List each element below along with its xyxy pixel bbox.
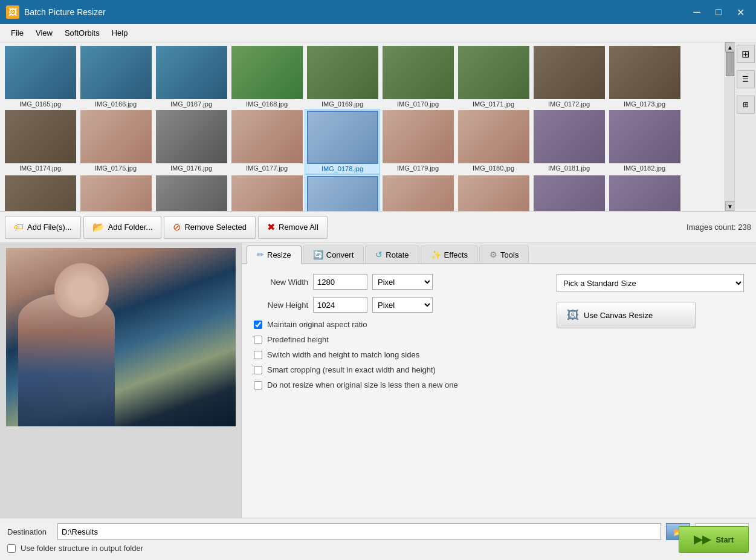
canvas-resize-button[interactable]: 🖼 Use Canvas Resize <box>557 302 696 328</box>
predefined-height-label[interactable]: Predefined height <box>267 335 329 344</box>
start-icon: ▶▶ <box>694 533 711 546</box>
maintain-aspect-checkbox[interactable] <box>254 321 262 329</box>
image-thumbnail <box>307 176 378 211</box>
tools-tab-label: Tools <box>500 250 519 259</box>
add-files-button[interactable]: 🏷 Add File(s)... <box>5 216 81 239</box>
image-cell[interactable]: IMG_0165.jpg <box>2 45 78 109</box>
menu-softorbits[interactable]: SoftOrbits <box>59 26 106 40</box>
tab-resize[interactable]: ✏ Resize <box>247 246 302 264</box>
height-label: New Height <box>254 301 308 310</box>
tab-effects[interactable]: ✨ Effects <box>421 246 479 263</box>
no-upscale-label[interactable]: Do not resize when original size is less… <box>267 380 458 389</box>
maximize-button[interactable]: □ <box>709 2 728 22</box>
no-upscale-checkbox[interactable] <box>254 381 262 389</box>
image-cell[interactable]: IMG_0183.jpg <box>2 174 78 211</box>
tab-tools[interactable]: ⚙ Tools <box>479 246 529 263</box>
image-cell[interactable]: IMG_0177.jpg <box>229 109 305 174</box>
image-thumbnail <box>609 46 680 99</box>
remove-all-label: Remove All <box>279 223 318 232</box>
tab-rotate[interactable]: ↺ Rotate <box>365 246 419 263</box>
image-cell[interactable]: IMG_0184.jpg <box>78 174 153 211</box>
width-unit-select[interactable]: Pixel Percent cm <box>372 274 433 290</box>
image-cell[interactable]: IMG_0199.jpg <box>531 174 607 211</box>
folder-structure-label[interactable]: Use folder structure in output folder <box>21 544 143 553</box>
start-button[interactable]: ▶▶ Start <box>679 526 749 553</box>
image-cell[interactable]: IMG_0181.jpg <box>531 109 607 174</box>
images-count: Images count: 238 <box>687 223 751 232</box>
image-cell[interactable]: IMG_0178.jpg <box>305 109 380 174</box>
thumbnail-view-button[interactable]: ⊞ <box>737 45 755 63</box>
menu-file[interactable]: File <box>5 26 30 40</box>
image-filename: IMG_0172.jpg <box>534 100 605 108</box>
remove-all-button[interactable]: ✖ Remove All <box>258 216 328 239</box>
image-cell[interactable]: IMG_0175.jpg <box>78 109 153 174</box>
standard-size-select[interactable]: Pick a Standard Size 640x480 800x600 102… <box>557 274 744 292</box>
image-cell[interactable]: IMG_0194.JPG <box>153 174 229 211</box>
image-cell[interactable]: IMG_0167.jpg <box>153 45 229 109</box>
scroll-track[interactable] <box>725 52 735 201</box>
image-thumbnail <box>5 46 76 99</box>
image-cell[interactable]: IMG_0174.jpg <box>2 109 78 174</box>
image-filename: IMG_0182.jpg <box>609 164 680 172</box>
image-cell[interactable]: IMG_0182.jpg <box>607 109 682 174</box>
image-cell[interactable]: IMG_0166.jpg <box>78 45 153 109</box>
main-area: ✏ Resize 🔄 Convert ↺ Rotate ✨ Effects ⚙ … <box>0 243 756 518</box>
rotate-tab-label: Rotate <box>386 250 409 259</box>
grid-view-button[interactable]: ⊞ <box>737 96 755 114</box>
add-folder-icon: 📂 <box>92 221 105 233</box>
minimize-button[interactable]: ─ <box>687 2 706 22</box>
image-cell[interactable]: IMG_0169.jpg <box>305 45 380 109</box>
image-thumbnail <box>383 46 454 99</box>
tabs-bar: ✏ Resize 🔄 Convert ↺ Rotate ✨ Effects ⚙ … <box>242 243 756 264</box>
preview-panel <box>0 243 242 518</box>
scroll-thumb[interactable] <box>726 52 734 76</box>
image-filename: IMG_0170.jpg <box>383 100 454 108</box>
image-filename: IMG_0166.jpg <box>80 100 152 108</box>
scroll-down-button[interactable]: ▼ <box>725 201 735 211</box>
image-thumbnail <box>383 110 454 163</box>
tab-convert[interactable]: 🔄 Convert <box>303 246 364 263</box>
image-cell[interactable]: IMG_0172.jpg <box>531 45 607 109</box>
vertical-scrollbar[interactable]: ▲ ▼ <box>725 42 734 211</box>
close-button[interactable]: ✕ <box>731 2 750 22</box>
smart-crop-checkbox[interactable] <box>254 366 262 374</box>
height-unit-select[interactable]: Pixel Percent <box>372 297 433 313</box>
predefined-height-checkbox[interactable] <box>254 336 262 344</box>
image-cell[interactable]: IMG_0168.jpg <box>229 45 305 109</box>
image-thumbnail <box>383 175 454 211</box>
smart-crop-label[interactable]: Smart cropping (result in exact width an… <box>267 365 436 374</box>
image-cell[interactable]: IMG_0200.jpg <box>607 174 682 211</box>
image-cell[interactable]: IMG_0171.jpg <box>456 45 531 109</box>
add-files-icon: 🏷 <box>14 222 24 233</box>
image-filename: IMG_0167.jpg <box>156 100 227 108</box>
menu-view[interactable]: View <box>30 26 59 40</box>
image-cell[interactable]: IMG_0170.jpg <box>380 45 456 109</box>
menubar: File View SoftOrbits Help <box>0 24 756 42</box>
add-folder-button[interactable]: 📂 Add Folder... <box>83 216 162 239</box>
image-cell[interactable]: IMG_0196.jpg <box>305 174 380 211</box>
list-view-button[interactable]: ☰ <box>737 70 755 88</box>
switch-dimensions-label[interactable]: Switch width and height to match long si… <box>267 350 419 359</box>
resize-options: Maintain original aspect ratio Predefine… <box>254 320 744 389</box>
width-input[interactable] <box>313 274 367 290</box>
remove-selected-icon: ⊘ <box>173 221 181 233</box>
start-label: Start <box>716 535 734 544</box>
height-input[interactable] <box>313 297 367 313</box>
image-cell[interactable]: IMG_0173.jpg <box>607 45 682 109</box>
remove-selected-button[interactable]: ⊘ Remove Selected <box>164 216 256 239</box>
image-cell[interactable]: IMG_0180.jpg <box>456 109 531 174</box>
image-strip-inner: IMG_0165.jpgIMG_0166.jpgIMG_0167.jpgIMG_… <box>0 42 725 211</box>
image-cell[interactable]: IMG_0179.jpg <box>380 109 456 174</box>
menu-help[interactable]: Help <box>106 26 134 40</box>
image-cell[interactable]: IMG_0195.JPG <box>229 174 305 211</box>
image-cell[interactable]: IMG_0198.jpg <box>456 174 531 211</box>
switch-dimensions-checkbox[interactable] <box>254 351 262 359</box>
scroll-up-button[interactable]: ▲ <box>725 42 735 52</box>
image-cell[interactable]: IMG_0176.jpg <box>153 109 229 174</box>
destination-input[interactable] <box>57 523 661 540</box>
right-content: ✏ Resize 🔄 Convert ↺ Rotate ✨ Effects ⚙ … <box>242 243 756 518</box>
tools-tab-icon: ⚙ <box>489 250 497 259</box>
maintain-aspect-label[interactable]: Maintain original aspect ratio <box>267 320 367 329</box>
folder-structure-checkbox[interactable] <box>7 544 16 553</box>
image-cell[interactable]: IMG_0197.jpg <box>380 174 456 211</box>
